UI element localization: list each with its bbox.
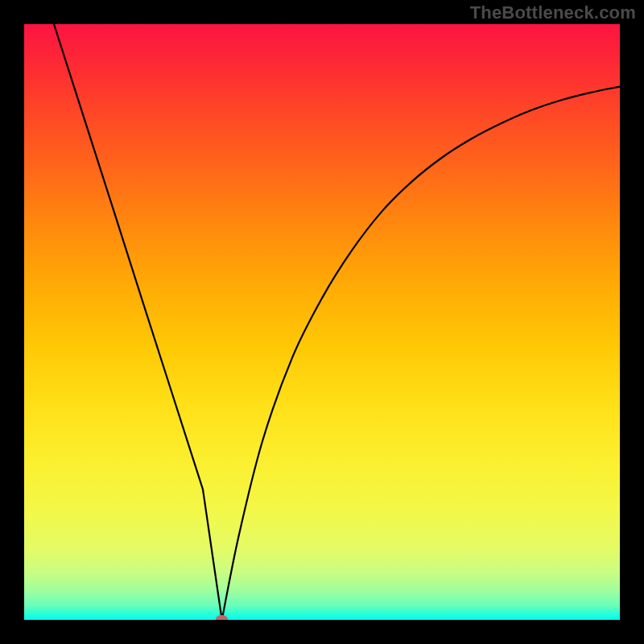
- watermark-text: TheBottleneck.com: [470, 2, 636, 23]
- plot-area: [24, 24, 620, 620]
- curve-path: [54, 24, 620, 620]
- bottleneck-curve: [24, 24, 620, 620]
- chart-frame: TheBottleneck.com: [0, 0, 644, 644]
